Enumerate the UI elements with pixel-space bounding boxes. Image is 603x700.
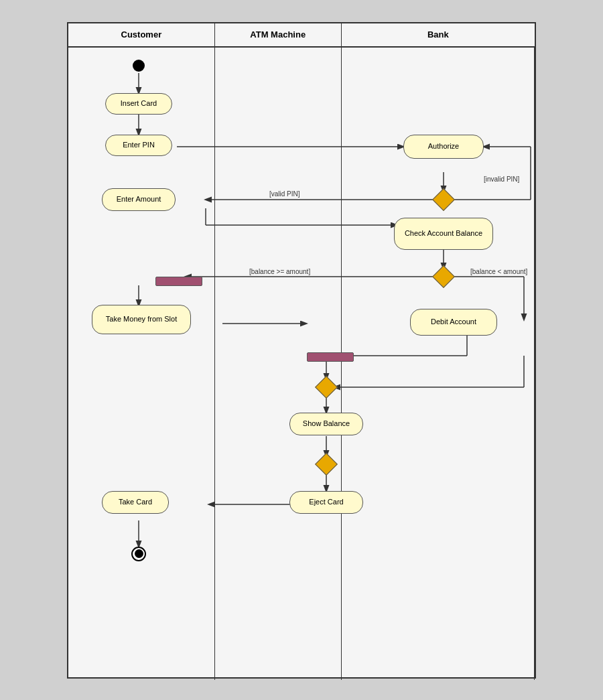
final-node-inner [135,549,143,558]
node-enter-amount: Enter Amount [102,188,176,211]
node-enter-pin: Enter PIN [105,135,172,156]
node-authorize: Authorize [403,135,484,159]
node-eject-card: Eject Card [289,491,363,514]
node-insert-card: Insert Card [105,93,172,115]
swimlane-body: [valid PIN] [invalid PIN] [balance >= am… [68,48,535,680]
diagram-container: Customer ATM Machine Bank [67,22,536,679]
lane-header-customer: Customer [68,23,215,46]
swimlane-header: Customer ATM Machine Bank [68,23,535,48]
bar-fork-customer [155,277,202,286]
node-debit-account: Debit Account [410,309,497,336]
initial-node [133,60,145,72]
lane-atm [215,48,342,680]
node-take-card: Take Card [102,491,169,514]
lane-header-bank: Bank [342,23,535,46]
final-node [131,547,146,561]
node-check-balance: Check Account Balance [394,218,493,250]
bar-join-atm [307,352,354,362]
node-take-money: Take Money from Slot [92,305,191,334]
node-show-balance: Show Balance [289,413,363,435]
lane-header-atm: ATM Machine [215,23,342,46]
